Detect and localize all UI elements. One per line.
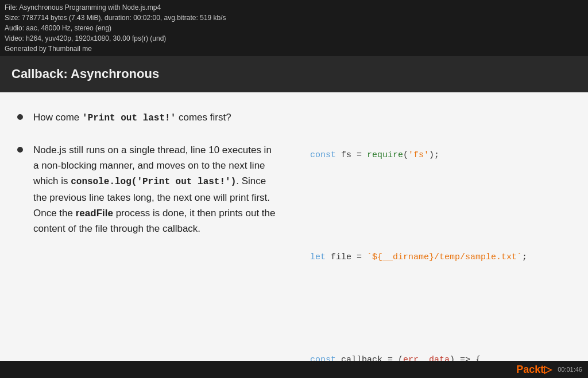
header-title: Callback: Asynchronous [11,67,159,81]
metadata-line3: Audio: aac, 48000 Hz, stereo (eng) [5,23,583,33]
bullet1-code: 'Print out last!' [82,113,176,123]
bullet1-text-after: comes first? [176,112,231,123]
metadata-bar: File: Asynchronous Programming with Node… [0,0,588,56]
bullet-item-2: Node.js still runs on a single thread, l… [17,142,276,237]
bullet-dot-1 [17,114,23,120]
metadata-line5: Generated by Thumbnail me [5,44,583,54]
code-panel: const fs = require('fs'); let file = `${… [293,92,588,378]
bullet-text-2: Node.js still runs on a single thread, l… [33,142,276,237]
bullet-text-1: How come 'Print out last!' comes first? [33,110,276,126]
bullet-dot-2 [17,147,23,153]
bullet2-bold: readFile [76,208,113,219]
code-line-1: const fs = require('fs'); [310,148,571,163]
bullet2-code: console.log('Print out last!') [71,177,236,187]
bullet1-text-before: How come [33,112,82,123]
metadata-line1: File: Asynchronous Programming with Node… [5,2,583,13]
bottom-bar: Packt▷ 00:01:46 [0,361,588,378]
code-block: const fs = require('fs'); let file = `${… [310,104,571,378]
code-line-3: let file = `${__dirname}/temp/sample.txt… [310,250,571,265]
left-panel: How come 'Print out last!' comes first? … [0,92,293,378]
metadata-line4: Video: h264, yuv420p, 1920x1080, 30.00 f… [5,33,583,44]
timecode: 00:01:46 [558,366,582,373]
code-line-4 [310,294,571,309]
bullet-item-1: How come 'Print out last!' comes first? [17,110,276,126]
slide-header: Callback: Asynchronous [0,56,588,92]
main-content: How come 'Print out last!' comes first? … [0,92,588,378]
packt-logo: Packt▷ [516,363,552,376]
code-line-2 [310,192,571,206]
metadata-line2: Size: 7787714 bytes (7.43 MiB), duration… [5,13,583,23]
